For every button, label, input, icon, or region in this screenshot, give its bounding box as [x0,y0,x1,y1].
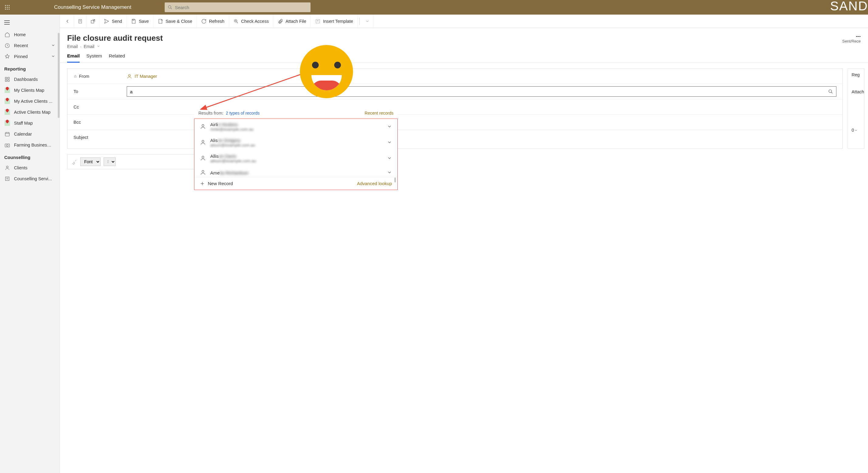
lookup-results-list: Airlie HoskinsAirlie@example.com.au Alis… [194,119,398,190]
refresh-button[interactable]: Refresh [197,14,229,28]
global-search[interactable] [165,2,310,12]
sidebar-item-recent[interactable]: Recent [0,40,60,51]
svg-point-9 [168,5,171,8]
lookup-result-item[interactable]: Amelia Richardson [194,166,397,177]
svg-point-4 [7,7,8,8]
app-launcher-icon[interactable] [0,0,14,14]
svg-rect-17 [5,80,7,82]
command-bar: Send Save Save & Close Refresh Check Acc… [60,14,868,28]
svg-point-5 [9,7,10,8]
to-lookup-input[interactable] [127,86,836,97]
open-record-button[interactable] [74,14,87,28]
new-record-button[interactable]: New Record [200,181,233,186]
lookup-result-item[interactable]: Alison Gregoryalison@example.com.au [194,135,397,150]
font-select[interactable]: Font [80,157,100,166]
svg-rect-41 [74,76,76,78]
sidebar-item-farming-business[interactable]: Farming Business ... [0,140,60,150]
svg-rect-23 [5,144,10,147]
sidebar-item-active-clients-map[interactable]: Active Clients Map [0,107,60,118]
svg-point-43 [829,90,832,92]
from-person-chip[interactable]: IT Manager [127,73,157,79]
sidebar-scrollbar[interactable] [58,33,60,118]
svg-point-45 [202,124,204,126]
svg-marker-34 [104,19,109,23]
entity-breadcrumb[interactable]: Email · Email [67,44,163,49]
lookup-records-link[interactable]: 2 types of records [226,111,259,116]
lookup-scrollbar[interactable] [394,178,396,182]
camera-icon [4,142,10,148]
save-button[interactable]: Save [127,14,153,28]
sidebar-section-reporting: Reporting [0,62,60,74]
sidebar-item-staff-map[interactable]: Staff Map [0,118,60,128]
svg-rect-16 [8,77,9,79]
sidebar-item-pinned[interactable]: Pinned [0,51,60,62]
environment-badge: SAND [830,0,868,13]
check-access-button[interactable]: Check Access [229,14,273,28]
chevron-down-icon [97,44,100,49]
lookup-result-item[interactable]: Airlie HoskinsAirlie@example.com.au [194,119,397,135]
sidebar-toggle[interactable] [0,16,60,29]
overflow-button[interactable] [362,14,373,28]
page-title: File closure audit request [67,33,163,43]
list-icon [4,176,10,182]
chevron-down-icon[interactable] [387,140,392,146]
recent-records-link[interactable]: Recent records [365,111,394,116]
pin-icon [4,54,10,60]
person-icon [200,169,206,176]
svg-line-10 [171,8,172,9]
svg-rect-35 [133,19,134,20]
global-search-input[interactable] [175,5,307,10]
sidebar-item-home[interactable]: Home [0,29,60,40]
tab-system[interactable]: System [86,53,102,63]
search-icon[interactable] [828,89,833,94]
person-icon [127,73,132,79]
svg-point-3 [5,7,6,8]
sidebar-item-dashboards[interactable]: Dashboards [0,74,60,85]
tab-email[interactable]: Email [67,53,80,63]
bcc-field-row[interactable]: Bcc [67,115,842,130]
sidebar-item-counselling-services[interactable]: Counselling Servi... [0,173,60,184]
dashboard-icon [4,76,10,82]
cc-field-row[interactable]: Cc [67,99,842,115]
sidebar-item-clients[interactable]: Clients [0,162,60,173]
back-button[interactable] [61,14,74,28]
svg-line-44 [831,92,833,93]
person-icon [200,123,206,130]
email-form: From IT Manager To [67,68,843,149]
search-icon [168,5,172,10]
to-field-row: To [67,84,842,99]
insert-template-button[interactable]: Insert Template [311,14,358,28]
save-close-button[interactable]: Save & Close [153,14,197,28]
send-button[interactable]: Send [100,14,127,28]
map-icon [4,109,10,115]
status-value: --- [842,33,861,39]
lookup-result-item[interactable]: Allison Davisallison@example.com.au [194,150,397,166]
tab-related[interactable]: Related [109,53,125,63]
advanced-lookup-link[interactable]: Advanced lookup [357,181,392,186]
sidebar-item-calendar[interactable]: Calendar [0,128,60,140]
divider [360,18,360,25]
sidebar-item-my-active-clients[interactable]: My Active Clients ... [0,96,60,107]
chevron-down-icon[interactable] [387,170,392,176]
sidebar-item-my-clients-map[interactable]: My Clients Map [0,85,60,96]
clock-icon [4,42,10,49]
size-select[interactable]: Si [103,157,116,166]
svg-line-37 [236,22,238,23]
sidebar-section-counselling: Counselling [0,150,60,162]
svg-point-48 [202,170,204,172]
attach-file-button[interactable]: Attach File [273,14,311,28]
svg-rect-18 [8,80,9,82]
svg-point-42 [128,75,130,76]
chevron-down-icon[interactable] [387,156,392,161]
map-icon [4,98,10,104]
svg-point-25 [6,166,8,168]
to-input[interactable] [130,89,828,94]
subject-field-row[interactable]: Subject [67,130,842,145]
popout-button[interactable] [87,14,100,28]
brush-icon[interactable] [72,159,77,165]
chevron-down-icon[interactable] [387,124,392,130]
annotation-emoji [300,45,353,98]
svg-point-8 [9,9,10,10]
chevron-down-icon [51,54,55,59]
status-area: --- Sent/Rece [842,33,861,43]
